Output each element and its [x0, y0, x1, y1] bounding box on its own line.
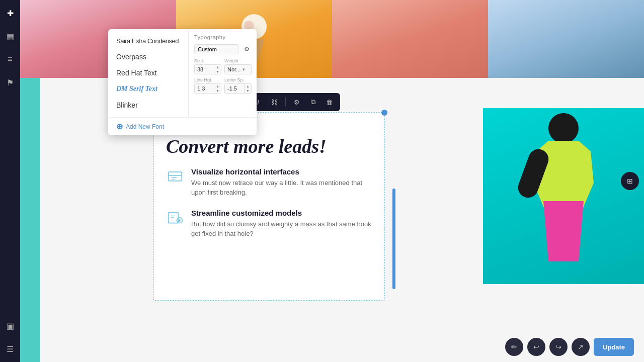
add-font-row[interactable]: ⊕ Add New Font: [108, 117, 257, 135]
undo-btn[interactable]: ↩: [527, 338, 545, 356]
letter-sp-label: Letter Sp.: [224, 77, 252, 82]
gallery-image-3: [332, 0, 488, 78]
font-panel-inner: Saira Extra Condensed Overpass Red Hat T…: [108, 29, 257, 117]
delete-btn[interactable]: 🗑: [323, 96, 335, 108]
letter-sp-stepper[interactable]: ▲ ▼: [244, 84, 251, 93]
redo-btn[interactable]: ↪: [549, 338, 568, 356]
sidebar-icon-monitor[interactable]: ▣: [3, 319, 17, 333]
letter-sp-down[interactable]: ▼: [245, 88, 251, 93]
gear-icon[interactable]: ⚙: [242, 44, 252, 54]
teal-strip: [20, 78, 40, 362]
feature-body-2: But how did so clumsy and weighty a mass…: [191, 219, 372, 239]
letter-sp-input[interactable]: -1.5 ▲ ▼: [224, 83, 252, 94]
line-hgt-down[interactable]: ▼: [214, 88, 221, 93]
typography-panel: Typography Custom ⚙ Size 38 ▲ ▼: [189, 29, 257, 117]
feature-title-2: Streamline customized models: [191, 209, 372, 217]
toolbar-divider-3: [285, 98, 286, 107]
font-list: Saira Extra Condensed Overpass Red Hat T…: [108, 29, 189, 117]
canvas-area: T □ ≡ ≡ B I ⛓ ⚙ ⧉ 🗑 INNOVATIVE STYLE Con…: [20, 0, 644, 362]
right-fashion-image: [483, 108, 644, 284]
line-hgt-stepper[interactable]: ▲ ▼: [214, 84, 221, 93]
copy-btn[interactable]: ⧉: [307, 96, 319, 108]
font-item-blinker[interactable]: Blinker: [108, 97, 188, 113]
letter-sp-field: Letter Sp. -1.5 ▲ ▼: [224, 77, 252, 94]
size-input[interactable]: 38 ▲ ▼: [194, 64, 221, 74]
line-hgt-label: Line Hgt.: [194, 77, 221, 82]
update-button[interactable]: Update: [594, 338, 634, 356]
size-label: Size: [194, 58, 221, 63]
font-item-saira[interactable]: Saira Extra Condensed: [108, 33, 188, 49]
letter-sp-value: -1.5: [225, 84, 244, 93]
font-dropdown-panel: Saira Extra Condensed Overpass Red Hat T…: [108, 29, 257, 135]
side-indicator: [392, 189, 395, 289]
font-item-red-hat[interactable]: Red Hat Text: [108, 65, 188, 81]
preset-select[interactable]: Custom: [194, 44, 238, 54]
font-item-overpass[interactable]: Overpass: [108, 49, 188, 65]
link-btn[interactable]: ⛓: [268, 96, 280, 108]
line-letter-row: Line Hgt. 1.3 ▲ ▼ Letter Sp. -1.5: [194, 77, 252, 94]
fashion-figure: [483, 108, 644, 284]
size-weight-row: Size 38 ▲ ▼ Weight Nor...: [194, 58, 252, 74]
weight-field: Weight Nor... ▼: [224, 58, 252, 74]
svg-rect-3: [169, 172, 182, 181]
size-value: 38: [195, 65, 214, 74]
weight-label: Weight: [224, 58, 252, 63]
size-stepper[interactable]: ▲ ▼: [214, 65, 221, 74]
line-hgt-up[interactable]: ▲: [214, 84, 221, 88]
font-item-dm-serif[interactable]: DM Serif Text: [108, 81, 188, 97]
size-field: Size 38 ▲ ▼: [194, 58, 221, 74]
preset-row: Custom ⚙: [194, 44, 252, 54]
bottom-toolbar: ✏ ↩ ↪ ↗ Update: [505, 338, 634, 356]
weight-dropdown[interactable]: Nor... ▼: [224, 64, 252, 74]
add-icon: ⊕: [116, 122, 123, 131]
gallery-image-4: [488, 0, 644, 78]
settings-btn[interactable]: ⚙: [291, 96, 303, 108]
float-indicator-btn[interactable]: ⊞: [621, 172, 639, 190]
sidebar-icon-layers[interactable]: ≡: [3, 52, 17, 66]
weight-value: Nor...: [227, 66, 240, 72]
typography-header: Typography: [194, 34, 252, 40]
sidebar-icon-grid[interactable]: ▦: [3, 29, 17, 43]
svg-rect-4: [169, 172, 182, 175]
add-font-label: Add New Font: [126, 123, 164, 130]
main-heading[interactable]: Convert more leads!: [166, 136, 372, 157]
text-content-block: INNOVATIVE STYLE Convert more leads! Vis…: [153, 112, 385, 301]
line-hgt-input[interactable]: 1.3 ▲ ▼: [194, 83, 221, 94]
feature-text-2: Streamline customized models But how did…: [191, 209, 372, 239]
line-hgt-field: Line Hgt. 1.3 ▲ ▼: [194, 77, 221, 94]
feature-item-1: Visualize horizontal interfaces We must …: [166, 167, 372, 198]
line-hgt-value: 1.3: [195, 84, 214, 93]
sidebar-icon-flag[interactable]: ⚑: [3, 75, 17, 89]
sidebar-icon-message[interactable]: ☰: [3, 342, 17, 356]
feature-icon-1: [166, 167, 184, 186]
export-btn[interactable]: ↗: [572, 338, 590, 356]
size-up-arrow[interactable]: ▲: [214, 65, 221, 69]
feature-title-1: Visualize horizontal interfaces: [191, 167, 372, 176]
feature-item-2: Streamline customized models But how did…: [166, 209, 372, 239]
feature-body-1: We must now retrace our way a little. It…: [191, 178, 372, 198]
letter-sp-up[interactable]: ▲: [245, 84, 251, 88]
sidebar-icon-plus[interactable]: ✚: [3, 6, 17, 20]
left-sidebar: ✚ ▦ ≡ ⚑ ▣ ☰: [0, 0, 20, 362]
feature-icon-2: [166, 209, 184, 227]
feature-text-1: Visualize horizontal interfaces We must …: [191, 167, 372, 198]
size-down-arrow[interactable]: ▼: [214, 69, 221, 74]
weight-dropdown-arrow: ▼: [242, 67, 246, 72]
selection-handle: [381, 110, 387, 116]
typography-title: Typography: [194, 34, 225, 40]
pencil-btn[interactable]: ✏: [505, 338, 523, 356]
